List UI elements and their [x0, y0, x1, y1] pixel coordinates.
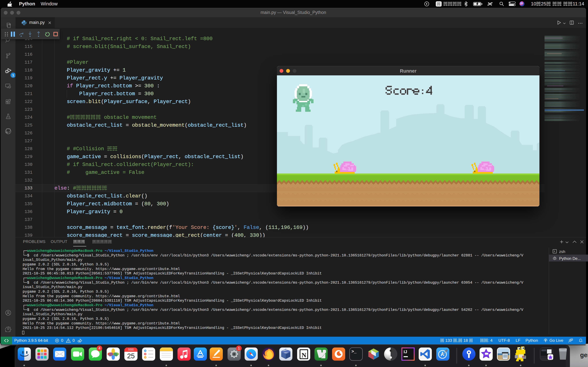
svg-text:VBox: VBox	[284, 352, 288, 353]
